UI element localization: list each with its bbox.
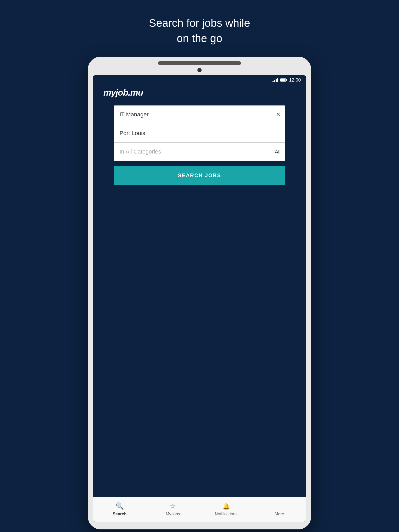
search-area: ✕ All SEARCH JOBS (93, 105, 306, 185)
nav-item-search[interactable]: Search (93, 502, 146, 516)
tablet-camera (197, 68, 202, 72)
job-input-wrapper: ✕ (114, 105, 285, 124)
status-bar: 12:00 (93, 75, 306, 85)
category-input[interactable] (114, 143, 285, 161)
search-jobs-button[interactable]: SEARCH JOBS (114, 166, 285, 185)
clear-icon[interactable]: ✕ (276, 111, 281, 118)
notifications-nav-icon (222, 502, 230, 510)
my-jobs-nav-icon (170, 502, 176, 510)
tablet-device: 12:00 myjob.mu ✕ All SEARCH JOBS (88, 57, 311, 529)
nav-item-more[interactable]: More (253, 502, 306, 516)
battery-icon (280, 78, 287, 82)
main-content (93, 185, 306, 497)
category-input-wrapper: All (114, 143, 285, 161)
signal-icon (272, 78, 278, 82)
page-headline: Search for jobs while on the go (149, 16, 250, 46)
app-logo: myjob.mu (93, 85, 306, 105)
nav-item-notifications[interactable]: Notifications (200, 502, 253, 516)
location-input-wrapper (114, 124, 285, 143)
tablet-top-bar (158, 61, 241, 65)
job-input[interactable] (114, 105, 285, 124)
location-input[interactable] (114, 124, 285, 142)
search-nav-icon (116, 502, 124, 510)
more-nav-label: More (275, 512, 284, 516)
tablet-screen: 12:00 myjob.mu ✕ All SEARCH JOBS (93, 75, 306, 522)
bottom-nav: Search My jobs Notifications More (93, 497, 306, 522)
more-nav-icon (278, 502, 281, 510)
search-nav-label: Search (113, 512, 127, 516)
status-time: 12:00 (289, 77, 301, 83)
my-jobs-nav-label: My jobs (166, 512, 180, 516)
nav-item-my-jobs[interactable]: My jobs (146, 502, 200, 516)
notifications-nav-label: Notifications (215, 512, 237, 516)
category-all-label: All (275, 149, 281, 155)
